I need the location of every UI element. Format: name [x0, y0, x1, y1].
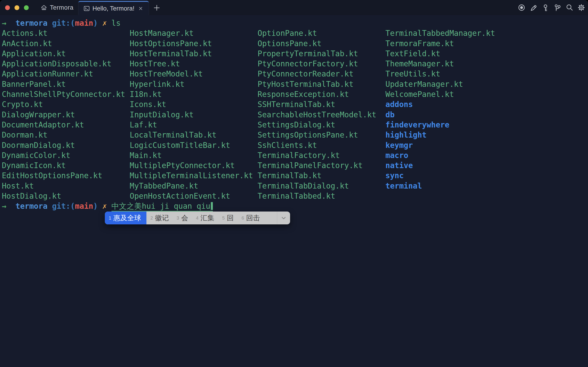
prompt-cwd: termora — [16, 19, 48, 28]
file-name: WelcomePanel.kt — [385, 89, 513, 100]
file-name: ThemeManager.kt — [385, 59, 513, 69]
file-name: Actions.kt — [2, 28, 130, 38]
ls-row: BannerPanel.ktHyperlink.ktPtyHostTermina… — [2, 79, 588, 89]
ime-candidate[interactable]: 2徽记 — [146, 211, 173, 224]
titlebar: Termora Hello, Termora! — [0, 0, 588, 15]
home-button[interactable]: Termora — [41, 0, 74, 15]
file-name: Laf.kt — [130, 120, 257, 130]
file-name: OptionPane.kt — [258, 28, 385, 38]
file-name: HostTerminalTab.kt — [130, 49, 257, 59]
terminal-cursor — [211, 202, 213, 210]
file-name: MyTabbedPane.kt — [130, 181, 257, 191]
ime-candidate[interactable]: 3会 — [173, 211, 192, 224]
ls-row: Crypto.ktIcons.ktSSHTerminalTab.ktaddons — [2, 100, 588, 109]
ime-candidate-text: 惠及全球 — [113, 213, 141, 223]
file-name: I18n.kt — [130, 89, 257, 100]
ls-row: Actions.ktHostManager.ktOptionPane.ktTer… — [2, 28, 588, 38]
dir-name: db — [385, 110, 513, 120]
ls-row: Doorman.ktLocalTerminalTab.ktSettingsOpt… — [2, 130, 588, 140]
home-icon — [41, 4, 47, 11]
file-name: LocalTerminalTab.kt — [130, 130, 257, 140]
ls-row: HostDialog.ktOpenHostActionEvent.ktTermi… — [2, 191, 588, 201]
new-tab-button[interactable] — [152, 3, 161, 12]
file-name: Application.kt — [2, 49, 130, 59]
file-name: Crypto.kt — [2, 100, 130, 109]
prompt-git-close: ) — [93, 19, 98, 28]
ls-row: DialogWrapper.ktInputDialog.ktSearchable… — [2, 110, 588, 120]
file-name: ApplicationDisposable.kt — [2, 59, 130, 69]
ime-candidate-number: 3 — [177, 216, 179, 221]
ime-candidate[interactable]: 4汇集 — [192, 211, 218, 224]
ls-output: Actions.ktHostManager.ktOptionPane.ktTer… — [2, 28, 588, 201]
file-name: TreeUtils.kt — [385, 69, 513, 79]
ime-expand-button[interactable] — [277, 211, 290, 224]
prompt-git-close: ) — [93, 202, 98, 211]
tab-title: Hello, Termora! — [92, 5, 135, 12]
prompt-cwd: termora — [16, 202, 48, 211]
ls-row: DynamicColor.ktMain.ktTerminalFactory.kt… — [2, 150, 588, 160]
file-name: AnAction.kt — [2, 39, 130, 49]
record-macro-button[interactable] — [517, 4, 526, 12]
file-name: ApplicationRunner.kt — [2, 69, 130, 79]
prompt-arrow: → — [2, 202, 7, 211]
tab-close-icon[interactable] — [138, 6, 144, 11]
file-name: EditHostOptionsPane.kt — [2, 171, 130, 181]
file-name: HostManager.kt — [130, 28, 257, 38]
ime-candidate[interactable]: 6回击 — [238, 211, 264, 224]
close-window-button[interactable] — [5, 5, 10, 10]
file-name: DynamicColor.kt — [2, 150, 130, 160]
tab-hello-termora[interactable]: Hello, Termora! — [78, 1, 149, 15]
file-name: HostOptionsPane.kt — [130, 39, 257, 49]
ime-candidate-bar: 1惠及全球2徽记3会4汇集5回6回击 — [105, 211, 290, 224]
zoom-window-button[interactable] — [24, 5, 29, 10]
file-name: TerminalTabDialog.kt — [258, 181, 385, 191]
branch-button[interactable] — [553, 4, 561, 12]
dir-name: macro — [385, 150, 513, 160]
ls-row: AnAction.ktHostOptionsPane.ktOptionsPane… — [2, 39, 588, 49]
ime-candidate-selected[interactable]: 1惠及全球 — [105, 211, 146, 224]
dir-name: native — [385, 160, 513, 171]
file-name: TerminalTab.kt — [258, 171, 385, 181]
file-name: DialogWrapper.kt — [2, 110, 130, 120]
ls-row: Host.ktMyTabbedPane.ktTerminalTabDialog.… — [2, 181, 588, 191]
ime-candidate-text: 回击 — [246, 213, 260, 223]
file-name: TextField.kt — [385, 49, 513, 59]
window-controls — [5, 0, 29, 15]
prompt-line-2: →termoragit:(main)✗中文之美hui ji quan qiu — [2, 201, 588, 211]
terminal-screen[interactable]: →termoragit:(main)✗ls Actions.ktHostMana… — [0, 15, 588, 367]
ls-row: ApplicationRunner.ktHostTreeModel.ktPtyC… — [2, 69, 588, 79]
ime-candidate-text: 回 — [227, 213, 234, 223]
ime-candidate[interactable]: 5回 — [218, 211, 238, 224]
prompt-line-1: →termoragit:(main)✗ls — [2, 18, 588, 28]
file-name: DoormanDialog.kt — [2, 140, 130, 150]
ime-candidate-number: 4 — [196, 216, 198, 221]
ls-row: DocumentAdaptor.ktLaf.ktSettingsDialog.k… — [2, 120, 588, 130]
file-name: TerminalPanelFactory.kt — [258, 160, 385, 171]
file-name: SSHTerminalTab.kt — [258, 100, 385, 109]
file-name: BannerPanel.kt — [2, 79, 130, 89]
file-name: PtyConnectorReader.kt — [258, 69, 385, 79]
file-name: TerminalTabbed.kt — [258, 191, 385, 201]
prompt-git-prefix: git:( — [52, 202, 75, 211]
edit-button[interactable] — [529, 4, 537, 12]
file-name: OptionsPane.kt — [258, 39, 385, 49]
file-name: HostDialog.kt — [2, 191, 130, 201]
search-button[interactable] — [565, 4, 573, 12]
settings-button[interactable] — [577, 4, 585, 12]
ls-row: DynamicIcon.ktMultiplePtyConnector.ktTer… — [2, 160, 588, 171]
file-name: InputDialog.kt — [130, 110, 257, 120]
ls-row: ChannelShellPtyConnector.ktI18n.ktRespon… — [2, 89, 588, 100]
file-name: PtyConnectorFactory.kt — [258, 59, 385, 69]
ime-candidate-text: 汇集 — [201, 213, 214, 223]
dir-name: highlight — [385, 130, 513, 140]
ime-candidate-text: 徽记 — [155, 213, 169, 223]
dir-name: keymgr — [385, 140, 513, 150]
file-name: Icons.kt — [130, 100, 257, 109]
prompt-arrow: → — [2, 19, 7, 28]
titlebar-actions — [517, 0, 585, 15]
minimize-window-button[interactable] — [15, 5, 19, 10]
key-manager-button[interactable] — [541, 4, 549, 12]
file-name: Hyperlink.kt — [130, 79, 257, 89]
file-name: HostTreeModel.kt — [130, 69, 257, 79]
file-name: TerminalTabbedManager.kt — [385, 28, 513, 38]
